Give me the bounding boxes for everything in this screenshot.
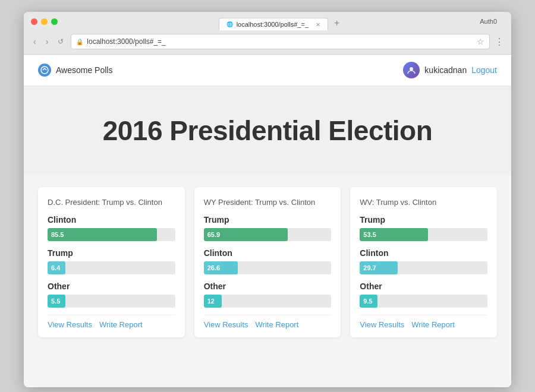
candidate-label-2: Other: [48, 282, 175, 291]
write-report-link[interactable]: Write Report: [99, 320, 143, 329]
candidate-label-2: Other: [204, 282, 332, 291]
bar-fill-1: 6.4: [48, 261, 65, 274]
poll-card-title: WV: Trump vs. Clinton: [360, 198, 487, 207]
user-avatar: [403, 62, 420, 78]
card-footer: View Results Write Report: [360, 315, 487, 329]
bar-container-1: 6.4: [48, 261, 175, 274]
tab-close-icon[interactable]: ✕: [316, 21, 320, 28]
candidate-label-2: Other: [360, 282, 487, 291]
card-footer: View Results Write Report: [48, 315, 175, 329]
bar-fill-0: 65.9: [204, 228, 288, 241]
view-results-link[interactable]: View Results: [360, 320, 404, 329]
back-button[interactable]: ‹: [31, 36, 39, 48]
bar-fill-1: 26.6: [204, 261, 238, 274]
bar-container-2: 12: [204, 295, 332, 308]
traffic-lights: [31, 18, 58, 25]
new-tab-button[interactable]: +: [331, 18, 343, 30]
maximize-button[interactable]: [51, 18, 58, 25]
logout-button[interactable]: Logout: [471, 65, 497, 75]
bar-fill-2: 5.5: [48, 295, 65, 308]
bar-fill-1: 29.7: [360, 261, 398, 274]
candidate-label-0: Trump: [360, 215, 487, 225]
app-navbar: Awesome Polls kukicadnan Logout: [24, 55, 511, 86]
svg-point-0: [41, 67, 48, 74]
bar-fill-0: 53.5: [360, 228, 428, 241]
poll-card-title: D.C. President: Trump vs. Clinton: [48, 198, 175, 207]
write-report-link[interactable]: Write Report: [256, 320, 299, 329]
forward-button[interactable]: ›: [43, 36, 51, 48]
bar-container-2: 9.5: [360, 295, 487, 308]
auth-label: Auth0: [480, 18, 497, 25]
logo-icon: [38, 64, 51, 77]
browser-chrome: 🌐 localhost:3000/polls#_=_ ✕ + Auth0 ‹ ›…: [24, 12, 511, 55]
view-results-link[interactable]: View Results: [204, 320, 248, 329]
bookmark-icon[interactable]: ☆: [477, 37, 484, 46]
bar-container-0: 65.9: [204, 228, 332, 241]
poll-card-wv: WV: Trump vs. Clinton Trump 53.5 Clinton…: [350, 187, 497, 337]
bar-container-0: 85.5: [48, 228, 175, 241]
svg-point-1: [410, 67, 413, 71]
bar-container-1: 26.6: [204, 261, 332, 274]
card-footer: View Results Write Report: [204, 315, 332, 329]
app-logo: Awesome Polls: [38, 64, 112, 77]
user-section: kukicadnan Logout: [403, 62, 497, 78]
bar-fill-0: 85.5: [48, 228, 157, 241]
poll-card-wy: WY President: Trump vs. Clinton Trump 65…: [194, 187, 341, 337]
candidate-label-0: Trump: [204, 215, 332, 225]
poll-card-title: WY President: Trump vs. Clinton: [204, 198, 332, 207]
bar-fill-2: 9.5: [360, 295, 377, 308]
bar-container-1: 29.7: [360, 261, 487, 274]
browser-toolbar: ‹ › ↺ 🔒 localhost:3000/polls#_=_ ☆ ⋮: [31, 34, 504, 49]
menu-button[interactable]: ⋮: [495, 36, 504, 48]
hero-title: 2016 Presidential Election: [38, 115, 497, 147]
refresh-button[interactable]: ↺: [55, 36, 66, 47]
bar-container-0: 53.5: [360, 228, 487, 241]
candidate-label-1: Clinton: [204, 248, 332, 258]
address-bar[interactable]: 🔒 localhost:3000/polls#_=_ ☆: [71, 34, 490, 49]
poll-card-dc: D.C. President: Trump vs. Clinton Clinto…: [38, 187, 185, 337]
close-button[interactable]: [31, 18, 37, 25]
lock-icon: 🔒: [76, 39, 83, 45]
browser-window: 🌐 localhost:3000/polls#_=_ ✕ + Auth0 ‹ ›…: [24, 12, 511, 387]
candidate-label-1: Trump: [48, 248, 175, 258]
tab-favicon: 🌐: [226, 21, 233, 27]
hero-section: 2016 Presidential Election: [24, 86, 511, 175]
cards-section: D.C. President: Trump vs. Clinton Clinto…: [24, 175, 511, 355]
app-content: Awesome Polls kukicadnan Logout 2016 Pre…: [24, 55, 511, 387]
view-results-link[interactable]: View Results: [48, 320, 92, 329]
candidate-label-0: Clinton: [48, 215, 175, 225]
candidate-label-1: Clinton: [360, 248, 487, 258]
minimize-button[interactable]: [41, 18, 48, 25]
logo-text: Awesome Polls: [56, 65, 112, 75]
tab-title: localhost:3000/polls#_=_: [237, 21, 309, 28]
active-tab[interactable]: 🌐 localhost:3000/polls#_=_ ✕: [219, 18, 328, 30]
write-report-link[interactable]: Write Report: [411, 320, 455, 329]
url-text: localhost:3000/polls#_=_: [87, 37, 165, 46]
bar-fill-2: 12: [204, 295, 222, 308]
username-text: kukicadnan: [424, 65, 467, 75]
bar-container-2: 5.5: [48, 295, 175, 308]
